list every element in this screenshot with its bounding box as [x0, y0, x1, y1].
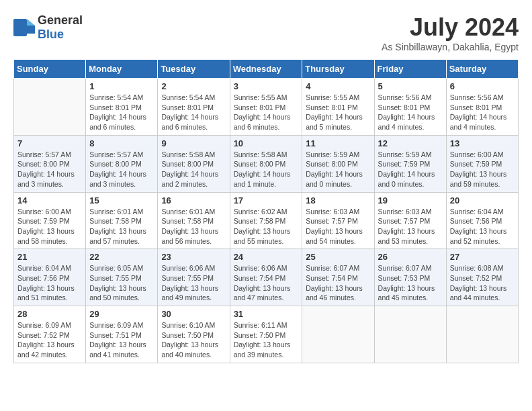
calendar-header-row: Sunday Monday Tuesday Wednesday Thursday… — [14, 60, 519, 79]
day-number: 19 — [378, 195, 443, 205]
day-info: Sunrise: 6:01 AM Sunset: 7:58 PM Dayligh… — [161, 207, 226, 246]
calendar-cell: 11Sunrise: 5:59 AM Sunset: 8:00 PM Dayli… — [302, 135, 374, 192]
day-info: Sunrise: 5:59 AM Sunset: 7:59 PM Dayligh… — [378, 150, 443, 189]
day-info: Sunrise: 5:55 AM Sunset: 8:01 PM Dayligh… — [306, 93, 370, 132]
col-thursday: Thursday — [302, 60, 374, 79]
day-info: Sunrise: 5:56 AM Sunset: 8:01 PM Dayligh… — [450, 93, 515, 132]
day-number: 15 — [89, 195, 154, 205]
day-info: Sunrise: 5:59 AM Sunset: 8:00 PM Dayligh… — [306, 150, 370, 189]
day-number: 9 — [161, 138, 226, 148]
calendar-cell: 18Sunrise: 6:03 AM Sunset: 7:57 PM Dayli… — [302, 192, 374, 249]
day-number: 5 — [378, 81, 443, 91]
calendar-cell: 13Sunrise: 6:00 AM Sunset: 7:59 PM Dayli… — [446, 135, 518, 192]
day-number: 14 — [17, 195, 82, 205]
calendar-cell: 31Sunrise: 6:11 AM Sunset: 7:50 PM Dayli… — [230, 306, 302, 363]
day-info: Sunrise: 6:02 AM Sunset: 7:58 PM Dayligh… — [234, 207, 299, 246]
day-info: Sunrise: 6:07 AM Sunset: 7:53 PM Dayligh… — [378, 263, 443, 303]
day-number: 8 — [89, 138, 154, 148]
col-monday: Monday — [86, 60, 158, 79]
day-info: Sunrise: 6:10 AM Sunset: 7:50 PM Dayligh… — [161, 320, 226, 360]
calendar-week-row: 14Sunrise: 6:00 AM Sunset: 7:59 PM Dayli… — [14, 192, 519, 249]
day-info: Sunrise: 6:09 AM Sunset: 7:52 PM Dayligh… — [17, 320, 82, 360]
day-info: Sunrise: 6:08 AM Sunset: 7:52 PM Dayligh… — [450, 263, 515, 303]
page-header: General Blue July 2024 As Sinbillawayn, … — [13, 13, 519, 52]
calendar-cell: 17Sunrise: 6:02 AM Sunset: 7:58 PM Dayli… — [230, 192, 302, 249]
day-number: 28 — [17, 309, 82, 319]
logo-general-text: General — [38, 13, 83, 27]
day-number: 30 — [161, 309, 226, 319]
day-info: Sunrise: 5:58 AM Sunset: 8:00 PM Dayligh… — [234, 150, 299, 189]
day-info: Sunrise: 6:11 AM Sunset: 7:50 PM Dayligh… — [234, 320, 299, 360]
logo: General Blue — [13, 13, 83, 42]
svg-rect-0 — [13, 19, 27, 36]
day-number: 4 — [306, 81, 370, 91]
day-number: 1 — [89, 81, 154, 91]
logo-blue-text: Blue — [38, 28, 64, 41]
calendar-cell: 15Sunrise: 6:01 AM Sunset: 7:58 PM Dayli… — [86, 192, 158, 249]
day-number: 13 — [450, 138, 515, 148]
day-info: Sunrise: 5:57 AM Sunset: 8:00 PM Dayligh… — [17, 150, 82, 189]
day-number: 6 — [450, 81, 515, 91]
day-number: 7 — [17, 138, 82, 148]
calendar-week-row: 7Sunrise: 5:57 AM Sunset: 8:00 PM Daylig… — [14, 135, 519, 192]
calendar-cell: 20Sunrise: 6:04 AM Sunset: 7:56 PM Dayli… — [446, 192, 518, 249]
calendar-cell: 8Sunrise: 5:57 AM Sunset: 8:00 PM Daylig… — [86, 135, 158, 192]
day-info: Sunrise: 6:06 AM Sunset: 7:55 PM Dayligh… — [161, 263, 226, 303]
day-info: Sunrise: 5:55 AM Sunset: 8:01 PM Dayligh… — [234, 93, 299, 132]
day-info: Sunrise: 6:00 AM Sunset: 7:59 PM Dayligh… — [450, 150, 515, 189]
day-number: 27 — [450, 252, 515, 262]
svg-marker-1 — [27, 19, 35, 26]
calendar-cell: 21Sunrise: 6:04 AM Sunset: 7:56 PM Dayli… — [14, 249, 86, 306]
logo-icon — [13, 19, 35, 36]
day-number: 23 — [161, 252, 226, 262]
day-number: 12 — [378, 138, 443, 148]
calendar-cell: 16Sunrise: 6:01 AM Sunset: 7:58 PM Dayli… — [158, 192, 230, 249]
day-number: 25 — [306, 252, 370, 262]
col-friday: Friday — [374, 60, 446, 79]
day-number: 26 — [378, 252, 443, 262]
calendar-cell: 6Sunrise: 5:56 AM Sunset: 8:01 PM Daylig… — [446, 79, 518, 136]
location-text: As Sinbillawayn, Dakahlia, Egypt — [382, 42, 519, 52]
calendar-cell: 14Sunrise: 6:00 AM Sunset: 7:59 PM Dayli… — [14, 192, 86, 249]
calendar-cell: 5Sunrise: 5:56 AM Sunset: 8:01 PM Daylig… — [374, 79, 446, 136]
day-info: Sunrise: 6:06 AM Sunset: 7:54 PM Dayligh… — [234, 263, 299, 303]
day-number: 3 — [234, 81, 299, 91]
calendar-cell: 2Sunrise: 5:54 AM Sunset: 8:01 PM Daylig… — [158, 79, 230, 136]
day-info: Sunrise: 6:04 AM Sunset: 7:56 PM Dayligh… — [17, 263, 82, 303]
calendar-cell: 10Sunrise: 5:58 AM Sunset: 8:00 PM Dayli… — [230, 135, 302, 192]
calendar-cell: 25Sunrise: 6:07 AM Sunset: 7:54 PM Dayli… — [302, 249, 374, 306]
calendar-cell: 19Sunrise: 6:03 AM Sunset: 7:57 PM Dayli… — [374, 192, 446, 249]
calendar-cell — [374, 306, 446, 363]
calendar-cell: 24Sunrise: 6:06 AM Sunset: 7:54 PM Dayli… — [230, 249, 302, 306]
calendar-table: Sunday Monday Tuesday Wednesday Thursday… — [13, 59, 519, 363]
day-info: Sunrise: 6:03 AM Sunset: 7:57 PM Dayligh… — [378, 207, 443, 246]
day-number: 31 — [234, 309, 299, 319]
day-info: Sunrise: 6:00 AM Sunset: 7:59 PM Dayligh… — [17, 207, 82, 246]
calendar-cell: 3Sunrise: 5:55 AM Sunset: 8:01 PM Daylig… — [230, 79, 302, 136]
day-info: Sunrise: 5:58 AM Sunset: 8:00 PM Dayligh… — [161, 150, 226, 189]
title-block: July 2024 As Sinbillawayn, Dakahlia, Egy… — [382, 13, 519, 52]
calendar-cell: 29Sunrise: 6:09 AM Sunset: 7:51 PM Dayli… — [86, 306, 158, 363]
day-number: 16 — [161, 195, 226, 205]
day-number: 11 — [306, 138, 370, 148]
day-info: Sunrise: 6:01 AM Sunset: 7:58 PM Dayligh… — [89, 207, 154, 246]
day-info: Sunrise: 5:57 AM Sunset: 8:00 PM Dayligh… — [89, 150, 154, 189]
day-number: 21 — [17, 252, 82, 262]
calendar-cell — [302, 306, 374, 363]
col-tuesday: Tuesday — [158, 60, 230, 79]
month-title: July 2024 — [382, 13, 519, 42]
calendar-cell: 9Sunrise: 5:58 AM Sunset: 8:00 PM Daylig… — [158, 135, 230, 192]
calendar-cell: 27Sunrise: 6:08 AM Sunset: 7:52 PM Dayli… — [446, 249, 518, 306]
day-info: Sunrise: 6:07 AM Sunset: 7:54 PM Dayligh… — [306, 263, 370, 303]
day-number: 22 — [89, 252, 154, 262]
col-wednesday: Wednesday — [230, 60, 302, 79]
day-number: 29 — [89, 309, 154, 319]
day-number: 2 — [161, 81, 226, 91]
day-number: 20 — [450, 195, 515, 205]
calendar-cell: 12Sunrise: 5:59 AM Sunset: 7:59 PM Dayli… — [374, 135, 446, 192]
col-saturday: Saturday — [446, 60, 518, 79]
day-info: Sunrise: 5:56 AM Sunset: 8:01 PM Dayligh… — [378, 93, 443, 132]
col-sunday: Sunday — [14, 60, 86, 79]
calendar-week-row: 28Sunrise: 6:09 AM Sunset: 7:52 PM Dayli… — [14, 306, 519, 363]
calendar-week-row: 21Sunrise: 6:04 AM Sunset: 7:56 PM Dayli… — [14, 249, 519, 306]
